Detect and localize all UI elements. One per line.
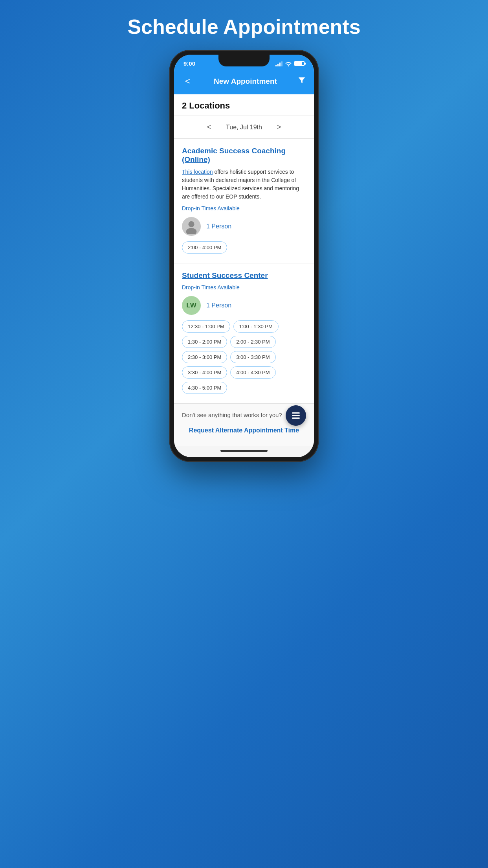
hamburger-icon bbox=[292, 412, 300, 419]
location-2-section: Student Success Center Drop-in Times Ava… bbox=[174, 263, 314, 404]
time-slot[interactable]: 2:00 - 4:00 PM bbox=[182, 241, 227, 254]
time-slot[interactable]: 4:30 - 5:00 PM bbox=[182, 382, 227, 394]
prev-date-button[interactable]: < bbox=[204, 121, 215, 133]
location-1-drop-in-link[interactable]: Drop-in Times Available bbox=[182, 205, 240, 211]
this-location-link[interactable]: This location bbox=[182, 169, 213, 175]
locations-header: 2 Locations bbox=[174, 94, 314, 116]
location-1-name[interactable]: Academic Success Coaching (Online) bbox=[182, 147, 306, 164]
filter-button[interactable] bbox=[297, 76, 306, 87]
page-title: Schedule Appointments bbox=[112, 8, 376, 38]
alt-appointment-link[interactable]: Request Alternate Appointment Time bbox=[182, 423, 306, 438]
home-bar bbox=[220, 450, 268, 452]
time-slot[interactable]: 1:00 - 1:30 PM bbox=[233, 320, 279, 333]
location-1-person-row: 1 Person bbox=[182, 217, 306, 236]
location-1-section: Academic Success Coaching (Online) This … bbox=[174, 139, 314, 263]
status-time: 9:00 bbox=[183, 60, 195, 67]
location-1-avatar bbox=[182, 217, 201, 236]
nav-bar: < New Appointment bbox=[174, 70, 314, 94]
time-slot[interactable]: 3:30 - 4:00 PM bbox=[182, 366, 227, 379]
phone-frame: 9:00 < New Appointment bbox=[169, 50, 319, 462]
location-2-person-row: LW 1 Person bbox=[182, 296, 306, 315]
wifi-icon bbox=[285, 61, 292, 66]
date-label: Tue, Jul 19th bbox=[226, 124, 262, 131]
back-button[interactable]: < bbox=[182, 75, 193, 88]
date-nav: < Tue, Jul 19th > bbox=[174, 116, 314, 139]
next-date-button[interactable]: > bbox=[274, 121, 284, 133]
location-2-avatar: LW bbox=[182, 296, 201, 315]
location-2-drop-in-link[interactable]: Drop-in Times Available bbox=[182, 284, 240, 291]
content-area: 2 Locations < Tue, Jul 19th > Academic S… bbox=[174, 94, 314, 446]
locations-count: 2 Locations bbox=[182, 101, 230, 110]
home-indicator bbox=[174, 446, 314, 457]
time-slot[interactable]: 12:30 - 1:00 PM bbox=[182, 320, 230, 333]
battery-icon bbox=[294, 61, 305, 66]
svg-point-0 bbox=[188, 221, 194, 227]
time-slot[interactable]: 3:00 - 3:30 PM bbox=[230, 351, 275, 363]
notch bbox=[218, 55, 270, 66]
time-slot[interactable]: 2:30 - 3:00 PM bbox=[182, 351, 227, 363]
fab-menu-button[interactable] bbox=[286, 405, 306, 426]
phone-screen: 9:00 < New Appointment bbox=[174, 55, 314, 457]
time-slot[interactable]: 4:00 - 4:30 PM bbox=[230, 366, 275, 379]
nav-title: New Appointment bbox=[214, 77, 277, 86]
svg-point-1 bbox=[186, 228, 197, 234]
location-2-name[interactable]: Student Success Center bbox=[182, 271, 306, 280]
location-2-time-slots: 12:30 - 1:00 PM1:00 - 1:30 PM1:30 - 2:00… bbox=[182, 320, 306, 394]
location-1-time-slots: 2:00 - 4:00 PM bbox=[182, 241, 306, 254]
location-1-person-name[interactable]: 1 Person bbox=[206, 223, 231, 230]
location-1-description: This location offers holistic support se… bbox=[182, 168, 306, 201]
signal-icon bbox=[275, 61, 283, 66]
location-2-person-name[interactable]: 1 Person bbox=[206, 302, 231, 309]
status-icons bbox=[275, 61, 305, 66]
time-slot[interactable]: 1:30 - 2:00 PM bbox=[182, 336, 227, 348]
time-slot[interactable]: 2:00 - 2:30 PM bbox=[230, 336, 275, 348]
